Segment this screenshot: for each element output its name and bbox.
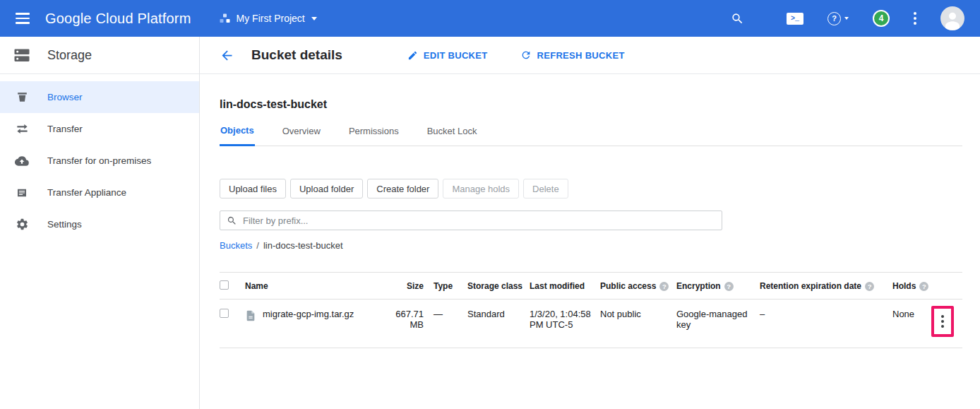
- delete-button[interactable]: Delete: [523, 179, 568, 198]
- create-folder-button[interactable]: Create folder: [367, 179, 438, 198]
- project-selector[interactable]: My First Project: [220, 13, 317, 24]
- refresh-bucket-button[interactable]: REFRESH BUCKET: [520, 49, 625, 61]
- edit-bucket-button[interactable]: EDIT BUCKET: [407, 50, 488, 61]
- cell-size: 667.71 MB: [390, 300, 434, 348]
- file-icon: [245, 309, 256, 322]
- appliance-box-icon: [14, 186, 30, 199]
- project-name: My First Project: [237, 13, 305, 24]
- column-header-size: Size: [390, 273, 434, 300]
- upload-files-button[interactable]: Upload files: [220, 179, 286, 198]
- project-icon: [220, 13, 230, 24]
- swap-arrows-icon: [14, 122, 30, 136]
- notifications-badge[interactable]: 4: [873, 10, 890, 27]
- gear-icon: [14, 218, 30, 231]
- help-icon: ?: [827, 12, 841, 25]
- main-header: Bucket details EDIT BUCKET REFRESH BUCKE…: [200, 37, 980, 74]
- column-header-retention: Retention expiration date?: [760, 273, 892, 300]
- column-header-last-modified: Last modified: [530, 273, 600, 300]
- row-checkbox[interactable]: [220, 309, 229, 318]
- table-row: migrate-gcp-img.tar.gz 667.71 MB — Stand…: [220, 300, 962, 348]
- tab-overview[interactable]: Overview: [282, 125, 321, 146]
- more-options-icon[interactable]: [914, 12, 916, 25]
- cell-encryption: Google-managed key: [676, 300, 760, 348]
- sidebar: Storage Browser Transfer: [0, 37, 200, 409]
- top-app-bar: Google Cloud Platform My First Project >…: [0, 0, 980, 37]
- breadcrumb: Buckets/lin-docs-test-bucket: [220, 240, 980, 251]
- cell-last-modified: 1/3/20, 1:04:58 PM UTC-5: [530, 300, 600, 348]
- object-toolbar: Upload files Upload folder Create folder…: [220, 179, 980, 198]
- brand-title: Google Cloud Platform: [45, 11, 191, 27]
- bucket-name: lin-docs-test-bucket: [220, 98, 980, 111]
- main-content: Bucket details EDIT BUCKET REFRESH BUCKE…: [200, 37, 980, 409]
- objects-table: Name Size Type Storage class Last modifi…: [220, 272, 962, 348]
- cell-storage-class: Standard: [467, 300, 530, 348]
- gcp-console: Google Cloud Platform My First Project >…: [0, 0, 980, 409]
- cell-type: —: [434, 300, 467, 348]
- pencil-icon: [407, 50, 418, 61]
- back-arrow-icon[interactable]: [220, 48, 234, 63]
- sidebar-header: Storage: [0, 37, 199, 74]
- cell-public-access: Not public: [600, 300, 676, 348]
- cloud-upload-icon: [14, 154, 30, 168]
- sidebar-title: Storage: [47, 48, 92, 63]
- help-icon[interactable]: ?: [724, 282, 734, 291]
- sidebar-item-label: Transfer Appliance: [47, 187, 126, 198]
- search-icon[interactable]: [731, 12, 744, 25]
- chevron-down-icon: [844, 17, 849, 20]
- cloud-shell-icon[interactable]: >_: [787, 13, 803, 25]
- sidebar-item-transfer[interactable]: Transfer: [0, 113, 199, 145]
- help-icon[interactable]: ?: [659, 282, 669, 291]
- sidebar-nav: Browser Transfer Transfer for on-premise…: [0, 74, 199, 240]
- bucket-icon: [14, 90, 30, 104]
- sidebar-item-browser[interactable]: Browser: [0, 81, 199, 113]
- tab-permissions[interactable]: Permissions: [348, 125, 400, 146]
- chevron-down-icon: [311, 17, 317, 20]
- topbar-actions: >_ ? 4: [731, 6, 980, 30]
- sidebar-item-settings[interactable]: Settings: [0, 208, 199, 240]
- storage-product-icon: [13, 48, 30, 63]
- menu-icon[interactable]: [0, 13, 45, 24]
- cell-retention: –: [760, 300, 892, 348]
- search-icon: [227, 215, 237, 226]
- hamburger-icon: [16, 13, 30, 24]
- help-menu-button[interactable]: ?: [827, 12, 849, 25]
- upload-folder-button[interactable]: Upload folder: [290, 179, 363, 198]
- breadcrumb-current: lin-docs-test-bucket: [263, 240, 343, 251]
- select-all-checkbox[interactable]: [220, 280, 229, 290]
- sidebar-item-label: Settings: [47, 219, 82, 230]
- tab-bucket-lock[interactable]: Bucket Lock: [426, 125, 478, 146]
- column-header-public-access: Public access?: [600, 273, 676, 300]
- filter-input[interactable]: [243, 215, 715, 226]
- breadcrumb-buckets-link[interactable]: Buckets: [220, 240, 252, 251]
- table-header-row: Name Size Type Storage class Last modifi…: [220, 273, 962, 300]
- column-header-type: Type: [434, 273, 467, 300]
- filter-field: [220, 211, 722, 230]
- object-name-link[interactable]: migrate-gcp-img.tar.gz: [263, 309, 354, 319]
- sidebar-item-transfer-appliance[interactable]: Transfer Appliance: [0, 177, 199, 208]
- row-more-options-icon[interactable]: [938, 312, 947, 331]
- sidebar-item-transfer-on-premises[interactable]: Transfer for on-premises: [0, 145, 199, 177]
- refresh-icon: [520, 49, 532, 61]
- column-header-storage-class: Storage class: [467, 273, 530, 300]
- column-header-name: Name: [245, 273, 390, 300]
- sidebar-item-label: Browser: [47, 92, 83, 102]
- tab-bar: Objects Overview Permissions Bucket Lock: [220, 125, 962, 146]
- manage-holds-button[interactable]: Manage holds: [443, 179, 519, 198]
- help-icon[interactable]: ?: [919, 282, 928, 291]
- column-header-encryption: Encryption?: [676, 273, 760, 300]
- tab-objects[interactable]: Objects: [220, 125, 255, 146]
- breadcrumb-separator: /: [256, 240, 259, 251]
- column-header-holds: Holds?: [892, 273, 931, 300]
- sidebar-item-label: Transfer: [47, 124, 83, 134]
- page-title: Bucket details: [251, 47, 342, 63]
- sidebar-item-label: Transfer for on-premises: [47, 155, 151, 166]
- annotation-highlight-box: [931, 306, 954, 337]
- avatar[interactable]: [940, 6, 964, 30]
- help-icon[interactable]: ?: [865, 282, 874, 291]
- cell-holds: None: [892, 300, 931, 348]
